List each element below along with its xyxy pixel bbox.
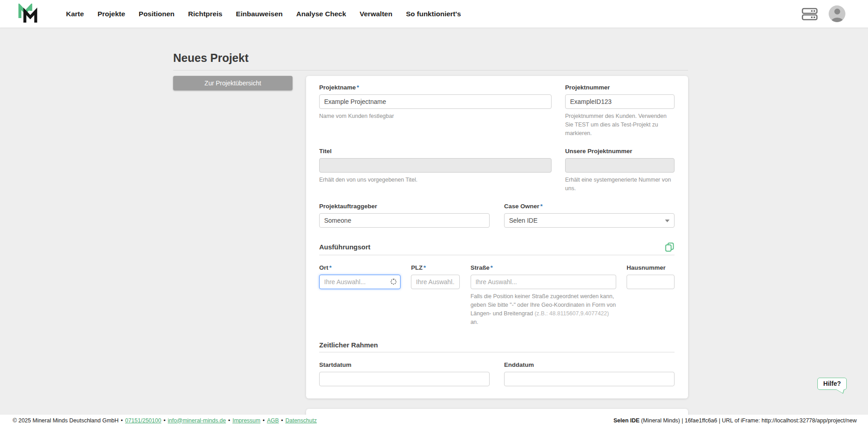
project-form-card: Projektname* Name vom Kunden festlegbar … [306,76,688,398]
hausnummer-input[interactable] [627,275,675,289]
required-marker: * [357,84,359,91]
projektnummer-hint: Projektnummer des Kunden. Verwenden Sie … [565,112,675,138]
unsere-projektnummer-hint: Erhält eine systemgenerierte Nummer von … [565,176,675,193]
main-nav: KarteProjektePositionenRichtpreisEinbauw… [66,10,461,18]
nav-item[interactable]: Einbauweisen [236,10,283,18]
field-startdatum: Startdatum [319,361,490,386]
avatar-head-icon [834,9,840,14]
footer: © 2025 Mineral Minds Deutschland GmbH •0… [0,415,868,426]
enddatum-input[interactable] [504,372,675,386]
field-case-owner: Case Owner* Selen IDE [504,203,675,228]
unsere-projektnummer-input [565,158,675,173]
titel-input [319,158,552,173]
section-divider [319,352,675,352]
case-owner-label: Case Owner* [504,203,675,210]
projektname-input[interactable] [319,94,552,109]
footer-copyright: © 2025 Mineral Minds Deutschland GmbH [13,417,118,424]
copy-icon[interactable] [665,242,675,252]
enddatum-label: Enddatum [504,361,675,369]
field-hausnummer: Hausnummer [627,264,675,327]
footer-separator: • [263,417,264,424]
projektauftraggeber-input[interactable] [319,213,490,228]
section-title-zeitlicher-rahmen: Zeitlicher Rahmen [319,341,378,349]
back-to-project-overview-button[interactable]: Zur Projektübersicht [173,76,292,90]
footer-link[interactable]: Impressum [232,417,260,424]
nav-item[interactable]: Analyse Check [296,10,346,18]
top-navbar: KarteProjektePositionenRichtpreisEinbauw… [0,0,868,28]
field-unsere-projektnummer: Unsere Projektnummer Erhält eine systemg… [565,148,675,193]
footer-separator: • [228,417,230,424]
nav-item[interactable]: So funktioniert's [406,10,461,18]
footer-link[interactable]: Datenschutz [285,417,316,424]
footer-link[interactable]: info@mineral-minds.de [168,417,226,424]
help-button[interactable]: Hilfe? [817,378,847,390]
startdatum-label: Startdatum [319,361,490,369]
startdatum-input[interactable] [319,372,490,386]
user-avatar[interactable] [829,5,845,22]
field-projektname: Projektname* Name vom Kunden festlegbar [319,84,552,138]
projektauftraggeber-label: Projektauftraggeber [319,203,490,210]
projektname-hint: Name vom Kunden festlegbar [319,112,552,121]
page-title: Neues Projekt [173,51,688,65]
required-marker: * [329,264,331,271]
field-projektauftraggeber: Projektauftraggeber [319,203,490,228]
field-strasse: Straße* Falls die Position keiner Straße… [471,264,616,327]
required-marker: * [424,264,426,271]
title-divider [173,70,688,70]
page-body: Neues Projekt Zur Projektübersicht Proje… [0,28,868,415]
footer-link[interactable]: 07151/250100 [125,417,161,424]
section-title-ausfuehrungsort: Ausführungsort [319,243,370,251]
server-icon[interactable] [802,7,818,21]
nav-item[interactable]: Positionen [139,10,175,18]
footer-separator: • [164,417,165,424]
projektnummer-input[interactable] [565,94,675,109]
titel-label: Titel [319,148,552,155]
titel-hint: Erhält den von uns vorgegebenen Titel. [319,176,552,184]
case-owner-select[interactable]: Selen IDE [504,213,675,228]
field-plz: PLZ* [411,264,460,327]
ort-input[interactable] [319,275,401,289]
field-ort: Ort* [319,264,401,327]
chevron-down-icon [665,220,670,222]
projektnummer-label: Projektnummer [565,84,675,91]
required-marker: * [491,264,493,271]
field-titel: Titel Erhält den von uns vorgegebenen Ti… [319,148,552,193]
strasse-label: Straße* [471,264,616,272]
strasse-input[interactable] [471,275,616,289]
unsere-projektnummer-label: Unsere Projektnummer [565,148,675,155]
case-owner-selected-value: Selen IDE [504,213,675,228]
footer-separator: • [281,417,283,424]
nav-item[interactable]: Projekte [98,10,125,18]
nav-item[interactable]: Karte [66,10,84,18]
strasse-hint: Falls die Position keiner Straße zugeord… [471,292,616,327]
plz-input[interactable] [411,275,460,289]
avatar-shoulders-icon [831,18,843,22]
footer-link[interactable]: AGB [267,417,278,424]
mineral-minds-logo[interactable] [18,4,39,24]
loading-spinner-icon [391,279,396,285]
required-marker: * [540,203,542,210]
plz-label: PLZ* [411,264,460,272]
next-form-card-partial [306,409,688,415]
footer-session-info: Selen IDE (Mineral Minds) | 16fae1ffc6a6… [613,417,857,424]
section-divider [319,255,675,255]
nav-item[interactable]: Richtpreis [188,10,222,18]
field-projektnummer: Projektnummer Projektnummer des Kunden. … [565,84,675,138]
footer-links: •07151/250100•info@mineral-minds.de•Impr… [118,417,316,424]
projektname-label: Projektname* [319,84,552,91]
field-enddatum: Enddatum [504,361,675,386]
nav-item[interactable]: Verwalten [360,10,392,18]
footer-separator: • [121,417,123,424]
ort-label: Ort* [319,264,401,272]
hausnummer-label: Hausnummer [627,264,675,272]
